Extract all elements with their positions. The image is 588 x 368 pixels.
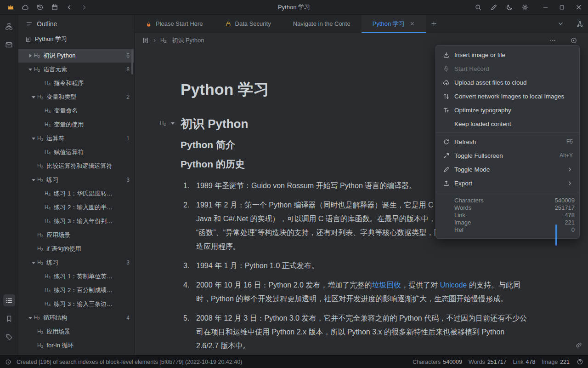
menu-item-keep-loaded-content[interactable]: Keep loaded content: [436, 117, 579, 131]
titlebar-left: [4, 3, 88, 12]
tab-please-start-here[interactable]: Please Start Here: [135, 15, 214, 33]
breadcrumb-doc-icon[interactable]: [142, 37, 149, 44]
tab-close-icon[interactable]: [409, 21, 415, 27]
tree-chevron-icon[interactable]: [30, 262, 37, 264]
outline-item[interactable]: H3应用场景: [18, 228, 134, 242]
menu-item-optimize-typography[interactable]: Optimize typography: [436, 103, 579, 117]
tree-chevron-icon[interactable]: [27, 69, 34, 71]
tree-chevron-icon[interactable]: [30, 96, 37, 98]
nav-back-icon[interactable]: [65, 3, 74, 12]
bookmark-icon[interactable]: [3, 313, 15, 325]
breadcrumb-item[interactable]: H2 初识 Python: [160, 36, 204, 45]
edit-pencil-icon[interactable]: [490, 3, 498, 12]
help-icon[interactable]: [576, 358, 583, 366]
inline-link[interactable]: 垃圾回收: [372, 281, 401, 289]
menu-stat-row: Link478: [454, 212, 575, 219]
menu-item-upload-asset-files-to-cloud[interactable]: Upload asset files to cloud: [436, 75, 579, 89]
outline-header-label: Outline: [37, 20, 57, 28]
tree-chevron-icon[interactable]: [27, 317, 34, 319]
history-icon[interactable]: [36, 3, 44, 12]
heading-tag: H3: [37, 94, 43, 100]
heading-tag: H4: [45, 273, 51, 280]
app-window: Python 学习: [0, 0, 588, 368]
tag-icon[interactable]: [3, 331, 15, 343]
outline-item-count: 8: [126, 66, 130, 73]
outline-item[interactable]: H4变量的使用: [18, 118, 134, 132]
menu-item-toggle-mode[interactable]: Toggle Mode: [436, 162, 579, 176]
theme-moon-icon[interactable]: [505, 3, 514, 12]
new-tab-button[interactable]: [426, 15, 442, 33]
tree-chevron-icon[interactable]: [30, 138, 37, 140]
outline-item[interactable]: H4练习 1：英制单位英…: [18, 270, 134, 283]
focus-panel-icon[interactable]: [570, 36, 578, 45]
tab-data-security[interactable]: Data Security: [214, 15, 282, 33]
menu-item-insert-image-or-file[interactable]: Insert image or file: [436, 48, 579, 62]
minimize-icon[interactable]: [541, 3, 549, 12]
cloud-sync-icon[interactable]: [21, 3, 29, 12]
inbox-mail-icon[interactable]: [3, 39, 15, 51]
tree-chevron-icon[interactable]: [30, 179, 37, 181]
menu-item-refresh[interactable]: RefreshF5: [436, 135, 579, 149]
outline-item[interactable]: H3for-in 循环: [18, 339, 134, 352]
heading-gutter-button[interactable]: H2: [160, 120, 175, 126]
menu-item-toggle-fullscreen[interactable]: Toggle FullscreenAlt+Y: [436, 149, 579, 162]
tab-dropdown-icon[interactable]: [557, 20, 564, 28]
menu-item-export[interactable]: Export: [436, 176, 579, 190]
outline-item[interactable]: H2语言元素8: [18, 63, 134, 76]
heading-tag: H3: [37, 328, 43, 335]
outline-item[interactable]: H4变量命名: [18, 104, 134, 118]
status-message: Created [196] of search indexes of block…: [17, 359, 242, 365]
menu-item-label: Insert image or file: [454, 52, 573, 58]
notebook-tree-icon[interactable]: [3, 20, 15, 32]
maximize-icon[interactable]: [558, 3, 566, 12]
search-icon[interactable]: [474, 3, 482, 12]
daily-note-icon[interactable]: [51, 3, 59, 12]
outline-item[interactable]: H3练习3: [18, 173, 134, 187]
heading-tag: H4: [45, 149, 51, 155]
outline-item[interactable]: H3if 语句的使用: [18, 242, 134, 256]
menu-item-label: Upload asset files to cloud: [454, 79, 573, 86]
menu-item-convert-network-images-to-local-images[interactable]: Convert network images to local images: [436, 89, 579, 103]
outline-item[interactable]: H4指令和程序: [18, 76, 134, 90]
outline-item[interactable]: H3运算符1: [18, 132, 134, 145]
outline-item[interactable]: H4练习 3：输入年份判…: [18, 214, 134, 228]
outline-item[interactable]: H4练习 2：输入圆的半…: [18, 201, 134, 214]
statusbar-stat-label: Words: [469, 359, 485, 365]
outline-item[interactable]: H4练习 1：华氏温度转…: [18, 187, 134, 201]
outline-item-label: 变量命名: [54, 107, 130, 115]
tree-chevron-icon[interactable]: [27, 54, 34, 58]
window-title: Python 学习: [278, 3, 310, 12]
graph-panel-icon[interactable]: [576, 20, 583, 28]
menu-item-label: Refresh: [454, 138, 562, 145]
outline-document-row[interactable]: Python 学习: [18, 33, 134, 45]
menu-stat-value: 0: [571, 226, 575, 234]
outline-item[interactable]: H2循环结构4: [18, 311, 134, 325]
close-icon[interactable]: [574, 3, 582, 12]
outline-item[interactable]: H3变量和类型2: [18, 90, 134, 104]
menu-stat-label: Image: [454, 219, 471, 226]
outline-item-label: 变量和类型: [46, 93, 123, 101]
outline-item[interactable]: H4赋值运算符: [18, 145, 134, 159]
status-info-icon[interactable]: [5, 358, 12, 366]
nav-forward-icon[interactable]: [80, 3, 88, 12]
outline-item[interactable]: H2初识 Python5: [18, 49, 134, 63]
document-icon: [25, 36, 32, 43]
menu-scrollbar[interactable]: [555, 224, 557, 246]
outline-item[interactable]: H3比较运算符和逻辑运算符: [18, 159, 134, 173]
inline-link[interactable]: Unicode: [440, 281, 467, 289]
tab-python[interactable]: Python 学习: [362, 15, 426, 33]
outline-item[interactable]: H3练习3: [18, 256, 134, 270]
settings-gear-icon[interactable]: [521, 3, 529, 12]
backlink-panel-icon[interactable]: [575, 341, 582, 349]
outline-header: Outline: [18, 15, 134, 33]
outline-item[interactable]: H3应用场景: [18, 325, 134, 339]
tab-navigate-in-the-conte[interactable]: Navigate in the Conte: [282, 15, 362, 33]
menu-item-label: Convert network images to local images: [454, 93, 573, 100]
outline-item[interactable]: H4练习 2：百分制成绩…: [18, 283, 134, 297]
context-menu-items: Insert image or fileStart RecordUpload a…: [436, 48, 579, 192]
sidebar-scrollbar[interactable]: [131, 50, 133, 75]
statusbar-stat-value: 540009: [443, 359, 462, 365]
outline-panel-icon[interactable]: [3, 294, 15, 306]
outline-item[interactable]: H4练习 3：输入三条边…: [18, 297, 134, 311]
doc-more-button[interactable]: [548, 36, 557, 45]
